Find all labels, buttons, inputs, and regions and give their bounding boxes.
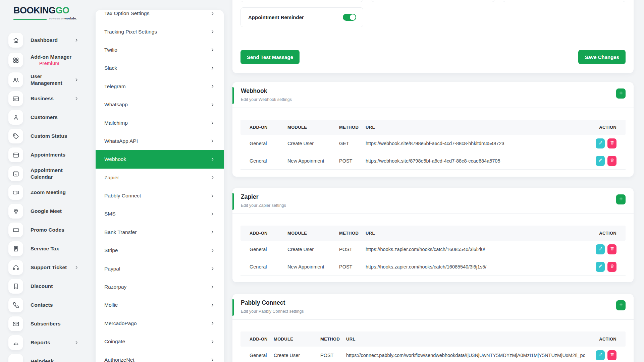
input-field-partial-3[interactable] — [502, 0, 626, 2]
chevron-right-icon — [210, 266, 215, 271]
chevron-right-icon — [210, 47, 215, 52]
settings-menu-item-label: Pabbly Connect — [104, 193, 141, 199]
settings-menu-item-razorpay[interactable]: Razorpay — [96, 278, 224, 296]
edit-button[interactable] — [596, 350, 605, 360]
table-row: GeneralCreate UserGEThttps://webhook.sit… — [240, 135, 626, 152]
sidebar-item-service-tax[interactable]: Service Tax — [0, 239, 96, 258]
window-icon — [8, 147, 23, 162]
settings-menu-item-label: WhatsApp API — [104, 138, 138, 144]
chevron-right-icon — [210, 84, 215, 89]
sidebar-item-customers[interactable]: Customers — [0, 108, 96, 127]
add-zapier-button[interactable] — [616, 194, 626, 204]
chevron-right-icon — [74, 38, 79, 43]
sidebar-item-zoom-meeting[interactable]: Zoom Meeting — [0, 183, 96, 202]
sidebar-item-support-ticket[interactable]: Support Ticket — [0, 258, 96, 277]
settings-menu-item-coingate[interactable]: Coingate — [96, 333, 224, 351]
sidebar-item-custom-status[interactable]: Custom Status — [0, 127, 96, 145]
settings-menu-item-whatsapp[interactable]: Whatsapp — [96, 96, 224, 114]
brand-name: BOOKINGGO — [13, 5, 77, 16]
save-changes-button[interactable]: Save Changes — [578, 50, 626, 64]
logo-underline — [13, 19, 47, 20]
sidebar-item-dashboard[interactable]: Dashboard — [0, 31, 96, 50]
section-card-pabbly-connect: Pabbly ConnectEdit your Pabbly Connect s… — [232, 294, 634, 362]
column-header-action: ACTION — [599, 125, 616, 130]
add-webhook-button[interactable] — [616, 88, 626, 99]
settings-menu-item-tax-option-settings[interactable]: Tax Option Settings — [96, 10, 224, 22]
column-header-add-on: ADD-ON — [250, 337, 274, 342]
settings-menu-item-mailchimp[interactable]: Mailchimp — [96, 114, 224, 132]
sidebar-item-google-meet[interactable]: Google Meet — [0, 202, 96, 221]
send-test-message-button[interactable]: Send Test Massage — [240, 50, 300, 64]
sidebar-item-add-on-manager[interactable]: Add-on ManagerPremium — [0, 50, 96, 70]
home-icon — [8, 33, 23, 48]
delete-button[interactable] — [607, 138, 616, 148]
settings-menu-item-mollie[interactable]: Mollie — [96, 296, 224, 314]
sidebar-item-appointment-calendar[interactable]: Appointment Calendar — [0, 164, 96, 183]
sidebar-item-user-management[interactable]: User Management — [0, 70, 96, 89]
section-subtitle: Edit your Pabbly Connect settings — [241, 309, 304, 314]
pencil-icon — [598, 158, 603, 164]
sidebar-item-promo-codes[interactable]: Promo Codes — [0, 221, 96, 239]
settings-menu-item-pabbly-connect[interactable]: Pabbly Connect — [96, 187, 224, 205]
sidebar-item-discount[interactable]: Discount — [0, 277, 96, 296]
appointment-reminder-toggle[interactable] — [343, 14, 356, 21]
pencil-icon — [598, 352, 603, 358]
settings-menu-item-slack[interactable]: Slack — [96, 59, 224, 77]
delete-button[interactable] — [607, 350, 616, 360]
edit-button[interactable] — [596, 138, 605, 148]
sidebar-item-reports[interactable]: Reports — [0, 333, 96, 352]
trash-icon — [610, 264, 614, 269]
chevron-right-icon — [210, 102, 215, 107]
input-field-partial-2[interactable] — [371, 0, 495, 2]
sidebar-item-label: Reports — [31, 339, 50, 346]
delete-button[interactable] — [607, 262, 616, 272]
column-header-action: ACTION — [599, 337, 616, 342]
section-accent-bar — [232, 193, 234, 210]
edit-button[interactable] — [596, 262, 605, 272]
settings-menu-item-whatsapp-api[interactable]: WhatsApp API — [96, 132, 224, 150]
cell-url: https://webhook.site/8798e5bf-a6cd-4cd7-… — [366, 158, 586, 164]
sidebar-item-subscribers[interactable]: Subscribers — [0, 314, 96, 333]
add-pabbly-connect-button[interactable] — [616, 300, 626, 310]
settings-menu-item-label: Zapier — [104, 175, 119, 181]
settings-menu-item-zapier[interactable]: Zapier — [96, 169, 224, 187]
trash-icon — [610, 352, 614, 358]
settings-menu-item-mercadopago[interactable]: MercadoPago — [96, 314, 224, 333]
sidebar-item-helpdesk[interactable]: Helpdesk — [0, 352, 96, 362]
section-accent-bar — [232, 299, 234, 316]
sidebar-item-contacts[interactable]: Contacts — [0, 296, 96, 314]
settings-menu-item-telegram[interactable]: Telegram — [96, 77, 224, 96]
sidebar-item-appointments[interactable]: Appointments — [0, 145, 96, 164]
chevron-right-icon — [210, 303, 215, 308]
section-accent-bar — [232, 87, 234, 104]
cell-actions — [596, 138, 616, 148]
settings-menu-item-tracking-pixel-settings[interactable]: Tracking Pixel Settings — [96, 22, 224, 41]
section-title: Pabbly Connect — [241, 299, 285, 306]
cell-url: https://webhook.site/8798e5bf-a6cd-4cd7-… — [366, 141, 586, 146]
chevron-right-icon — [210, 29, 215, 34]
edit-button[interactable] — [596, 156, 605, 166]
settings-menu-item-webhook[interactable]: Webhook — [96, 150, 224, 168]
settings-menu-item-bank-transfer[interactable]: Bank Transfer — [96, 223, 224, 241]
settings-menu-item-sms[interactable]: SMS — [96, 205, 224, 223]
brand-logo[interactable]: BOOKINGGO Powered By workdo. — [13, 5, 77, 20]
delete-button[interactable] — [607, 244, 616, 254]
plus-icon — [619, 302, 624, 308]
chevron-right-icon — [210, 157, 215, 162]
chevron-right-icon — [210, 11, 215, 16]
delete-button[interactable] — [607, 156, 616, 166]
settings-menu-item-paypal[interactable]: Paypal — [96, 259, 224, 278]
cell-method: POST — [339, 158, 366, 164]
settings-menu-item-twilio[interactable]: Twilio — [96, 41, 224, 59]
powered-by: Powered By workdo. — [49, 17, 77, 20]
chevron-right-icon — [210, 193, 215, 198]
main-content: Appointment Reminder Send Test Massage S… — [232, 0, 634, 362]
settings-menu-item-authorizenet[interactable]: AuthorizeNet — [96, 351, 224, 362]
settings-menu-item-stripe[interactable]: Stripe — [96, 241, 224, 259]
settings-menu-item-label: Stripe — [104, 247, 118, 253]
sidebar-item-label: Support Ticket — [31, 264, 67, 271]
sidebar-item-label: Business — [31, 95, 54, 102]
sidebar-item-business[interactable]: Business — [0, 89, 96, 108]
input-field-partial-1[interactable] — [240, 0, 363, 2]
edit-button[interactable] — [596, 244, 605, 254]
